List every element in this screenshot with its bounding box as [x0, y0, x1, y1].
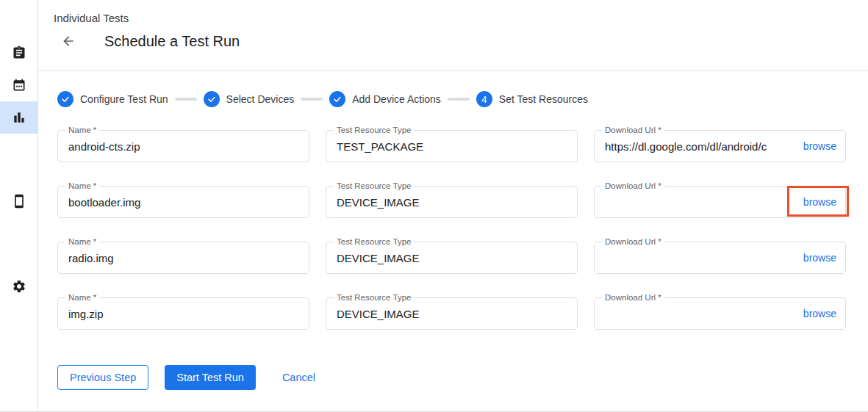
step-complete-icon — [329, 91, 345, 107]
download-url-field[interactable]: Download Url * browse — [594, 186, 846, 218]
browse-link[interactable]: browse — [803, 308, 836, 319]
name-field-label: Name * — [65, 293, 99, 303]
page-header: Individual Tests Schedule a Test Run — [38, 0, 868, 71]
resource-row: Name * Test Resource Type Download Url *… — [57, 186, 846, 218]
download-url-input[interactable] — [605, 252, 796, 264]
calendar-icon — [12, 78, 26, 93]
download-url-input[interactable] — [605, 196, 796, 209]
name-input[interactable] — [68, 196, 300, 209]
step-label: Select Devices — [226, 93, 295, 105]
check-icon — [60, 94, 71, 104]
step-connector — [301, 98, 323, 101]
step-connector — [448, 98, 470, 101]
step-complete-icon — [57, 91, 73, 107]
resource-type-input[interactable] — [337, 308, 568, 320]
back-button[interactable] — [60, 32, 77, 50]
clipboard-icon — [12, 46, 26, 60]
form-actions: Previous Step Start Test Run Cancel — [57, 365, 846, 390]
name-field-label: Name * — [65, 181, 99, 191]
step-label: Set Test Resources — [499, 93, 588, 105]
name-field[interactable]: Name * — [57, 242, 309, 274]
download-url-input[interactable] — [605, 140, 796, 153]
sidebar-item-settings[interactable] — [0, 270, 38, 303]
arrow-left-icon — [61, 34, 76, 48]
download-url-input[interactable] — [605, 308, 796, 320]
browse-link[interactable]: browse — [803, 196, 836, 208]
name-field[interactable]: Name * — [57, 130, 309, 162]
step-label: Add Device Actions — [352, 93, 441, 105]
smartphone-icon — [12, 194, 26, 209]
step-number: 4 — [481, 94, 487, 105]
resource-type-field[interactable]: Test Resource Type — [326, 130, 578, 162]
resource-type-input[interactable] — [337, 252, 568, 264]
browse-link[interactable]: browse — [803, 252, 836, 264]
test-resources-form: Name * Test Resource Type Download Url *… — [57, 130, 846, 330]
step-configure-test-run[interactable]: Configure Test Run — [57, 91, 168, 107]
check-icon — [207, 94, 217, 104]
step-connector — [175, 98, 197, 101]
gear-icon — [12, 279, 26, 294]
download-url-label: Download Url * — [602, 126, 664, 135]
resource-type-input[interactable] — [337, 140, 568, 153]
sidebar-item-devices[interactable] — [0, 185, 38, 217]
main-content: Individual Tests Schedule a Test Run Con… — [38, 0, 868, 411]
step-label: Configure Test Run — [80, 93, 168, 105]
resource-row: Name * Test Resource Type Download Url *… — [57, 130, 846, 162]
name-input[interactable] — [68, 140, 300, 153]
resource-row: Name * Test Resource Type Download Url *… — [57, 297, 846, 330]
name-field[interactable]: Name * — [57, 297, 309, 330]
name-input[interactable] — [68, 308, 300, 320]
app-window: Individual Tests Schedule a Test Run Con… — [0, 0, 868, 412]
name-field-label: Name * — [65, 126, 99, 135]
download-url-label: Download Url * — [602, 293, 664, 303]
stepper: Configure Test Run Select Devices Add De… — [57, 91, 846, 107]
previous-step-button[interactable]: Previous Step — [57, 365, 148, 390]
start-test-run-button[interactable]: Start Test Run — [165, 365, 256, 390]
step-add-device-actions[interactable]: Add Device Actions — [329, 91, 441, 107]
resource-type-field[interactable]: Test Resource Type — [326, 297, 578, 330]
resource-type-field[interactable]: Test Resource Type — [326, 242, 578, 274]
sidebar-item-test-suites[interactable] — [0, 37, 38, 69]
sidebar-item-test-runs[interactable] — [0, 101, 38, 134]
resource-type-label: Test Resource Type — [334, 237, 414, 247]
page-title: Schedule a Test Run — [104, 33, 240, 50]
resource-type-input[interactable] — [337, 196, 568, 209]
step-select-devices[interactable]: Select Devices — [204, 91, 295, 107]
resource-type-field[interactable]: Test Resource Type — [326, 186, 578, 218]
cancel-button[interactable]: Cancel — [282, 372, 315, 383]
download-url-field[interactable]: Download Url * browse — [594, 242, 846, 274]
browse-link[interactable]: browse — [803, 140, 836, 152]
check-icon — [332, 94, 342, 104]
sidebar-item-test-plans[interactable] — [0, 69, 38, 101]
name-input[interactable] — [68, 252, 300, 264]
sidebar — [0, 0, 38, 411]
download-url-field[interactable]: Download Url * browse — [594, 297, 846, 330]
resource-type-label: Test Resource Type — [334, 293, 414, 303]
resource-row: Name * Test Resource Type Download Url *… — [57, 242, 846, 274]
step-complete-icon — [204, 91, 220, 107]
resource-type-label: Test Resource Type — [334, 126, 414, 135]
breadcrumb: Individual Tests — [54, 12, 868, 24]
download-url-label: Download Url * — [602, 237, 664, 247]
name-field-label: Name * — [65, 237, 99, 247]
step-number-badge: 4 — [476, 91, 492, 107]
name-field[interactable]: Name * — [57, 186, 309, 218]
bar-chart-icon — [12, 110, 26, 125]
step-set-test-resources[interactable]: 4 Set Test Resources — [476, 91, 588, 107]
resource-type-label: Test Resource Type — [334, 181, 414, 191]
download-url-label: Download Url * — [602, 181, 664, 191]
download-url-field[interactable]: Download Url * browse — [594, 130, 846, 162]
